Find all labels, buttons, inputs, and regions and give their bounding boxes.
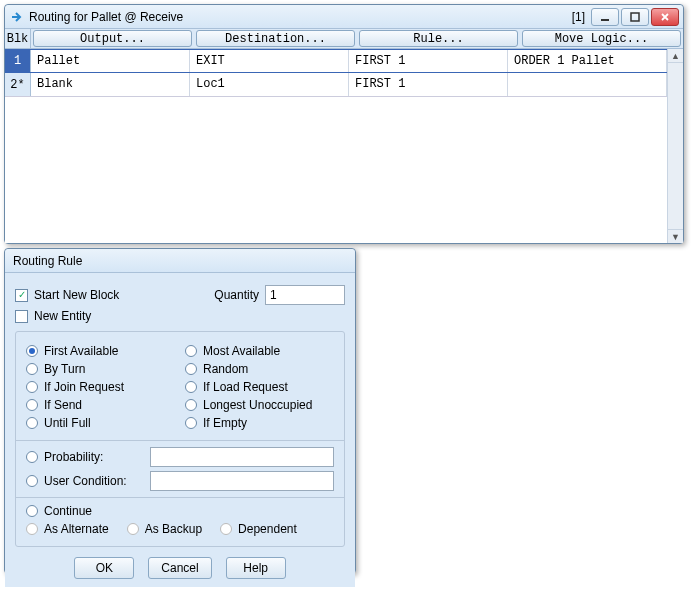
radio-probability[interactable]: Probability: — [26, 447, 334, 467]
grid-rows: 1 Pallet EXIT FIRST 1 ORDER 1 Pallet 2* … — [5, 49, 667, 243]
cell-rule[interactable]: FIRST 1 — [349, 50, 508, 72]
new-entity-label: New Entity — [34, 309, 91, 323]
continue-sub-options: As Alternate As Backup Dependent — [26, 522, 334, 536]
radio-icon — [220, 523, 232, 535]
svg-rect-0 — [601, 19, 609, 21]
continue-label: Continue — [44, 504, 92, 518]
column-rule-button[interactable]: Rule... — [359, 30, 518, 47]
radio-if-join-request[interactable]: If Join Request — [26, 380, 175, 394]
grid-header-row: Blk Output... Destination... Rule... Mov… — [5, 29, 683, 49]
blk-header: Blk — [5, 29, 31, 48]
radio-icon — [26, 505, 38, 517]
radio-if-load-request[interactable]: If Load Request — [185, 380, 334, 394]
column-destination-button[interactable]: Destination... — [196, 30, 355, 47]
close-button[interactable] — [651, 8, 679, 26]
quantity-label: Quantity — [214, 288, 259, 302]
radio-icon — [185, 417, 197, 429]
radio-icon — [185, 345, 197, 357]
radio-icon — [26, 399, 38, 411]
cell-destination[interactable]: EXIT — [190, 50, 349, 72]
radio-icon — [185, 399, 197, 411]
radio-user-condition[interactable]: User Condition: — [26, 471, 334, 491]
new-entity-row: New Entity — [15, 309, 345, 323]
radio-icon — [185, 381, 197, 393]
routing-titlebar[interactable]: Routing for Pallet @ Receive [1] — [5, 5, 683, 29]
start-new-block-label: Start New Block — [34, 288, 119, 302]
row-number[interactable]: 1 — [5, 50, 31, 72]
user-condition-input[interactable] — [150, 471, 334, 491]
radio-icon — [26, 345, 38, 357]
ok-button[interactable]: OK — [74, 557, 134, 579]
routing-arrow-icon — [9, 9, 25, 25]
cell-destination[interactable]: Loc1 — [190, 73, 349, 96]
new-entity-checkbox[interactable] — [15, 310, 28, 323]
routing-rule-window: Routing Rule ✓ Start New Block Quantity … — [4, 248, 356, 574]
cell-movelogic[interactable]: ORDER 1 Pallet — [508, 50, 667, 72]
rule-title: Routing Rule — [9, 254, 351, 268]
radio-icon — [26, 451, 38, 463]
table-row[interactable]: 1 Pallet EXIT FIRST 1 ORDER 1 Pallet — [5, 49, 667, 73]
column-output-button[interactable]: Output... — [33, 30, 192, 47]
radio-icon — [26, 523, 38, 535]
divider — [16, 440, 344, 441]
row-number[interactable]: 2* — [5, 73, 31, 96]
column-movelogic-button[interactable]: Move Logic... — [522, 30, 681, 47]
dialog-buttons: OK Cancel Help — [15, 557, 345, 579]
start-new-block-row: ✓ Start New Block Quantity — [15, 285, 345, 305]
radio-first-available[interactable]: First Available — [26, 344, 175, 358]
scroll-down-icon[interactable]: ▼ — [668, 229, 683, 243]
radio-icon — [185, 363, 197, 375]
grid-area: 1 Pallet EXIT FIRST 1 ORDER 1 Pallet 2* … — [5, 49, 683, 243]
probability-input[interactable] — [150, 447, 334, 467]
radio-icon — [26, 417, 38, 429]
radio-until-full[interactable]: Until Full — [26, 416, 175, 430]
cancel-button[interactable]: Cancel — [148, 557, 211, 579]
radio-continue[interactable]: Continue — [26, 504, 334, 518]
rule-body: ✓ Start New Block Quantity New Entity Fi… — [5, 273, 355, 587]
routing-instance: [1] — [572, 10, 585, 24]
cell-movelogic[interactable] — [508, 73, 667, 96]
rule-titlebar[interactable]: Routing Rule — [5, 249, 355, 273]
routing-title: Routing for Pallet @ Receive — [29, 10, 572, 24]
radio-icon — [26, 475, 38, 487]
cell-output[interactable]: Pallet — [31, 50, 190, 72]
start-new-block-checkbox[interactable]: ✓ — [15, 289, 28, 302]
vertical-scrollbar[interactable]: ▲ ▼ — [667, 49, 683, 243]
radio-if-empty[interactable]: If Empty — [185, 416, 334, 430]
radio-icon — [26, 381, 38, 393]
svg-rect-1 — [631, 13, 639, 21]
user-condition-label: User Condition: — [44, 474, 144, 488]
radio-icon — [26, 363, 38, 375]
minimize-button[interactable] — [591, 8, 619, 26]
radio-icon — [127, 523, 139, 535]
dependent-label: Dependent — [238, 522, 297, 536]
quantity-input[interactable] — [265, 285, 345, 305]
as-backup-label: As Backup — [145, 522, 202, 536]
radios-left-col: First Available By Turn If Join Request … — [26, 340, 175, 434]
routing-window: Routing for Pallet @ Receive [1] Blk Out… — [4, 4, 684, 244]
radio-longest-unoccupied[interactable]: Longest Unoccupied — [185, 398, 334, 412]
radio-if-send[interactable]: If Send — [26, 398, 175, 412]
radios-right-col: Most Available Random If Load Request Lo… — [185, 340, 334, 434]
cell-rule[interactable]: FIRST 1 — [349, 73, 508, 96]
as-alternate-label: As Alternate — [44, 522, 109, 536]
table-row[interactable]: 2* Blank Loc1 FIRST 1 — [5, 73, 667, 97]
maximize-button[interactable] — [621, 8, 649, 26]
rule-options-group: First Available By Turn If Join Request … — [15, 331, 345, 547]
probability-label: Probability: — [44, 450, 144, 464]
cell-output[interactable]: Blank — [31, 73, 190, 96]
radio-by-turn[interactable]: By Turn — [26, 362, 175, 376]
radio-random[interactable]: Random — [185, 362, 334, 376]
scroll-up-icon[interactable]: ▲ — [668, 49, 683, 63]
help-button[interactable]: Help — [226, 557, 286, 579]
radio-most-available[interactable]: Most Available — [185, 344, 334, 358]
divider — [16, 497, 344, 498]
